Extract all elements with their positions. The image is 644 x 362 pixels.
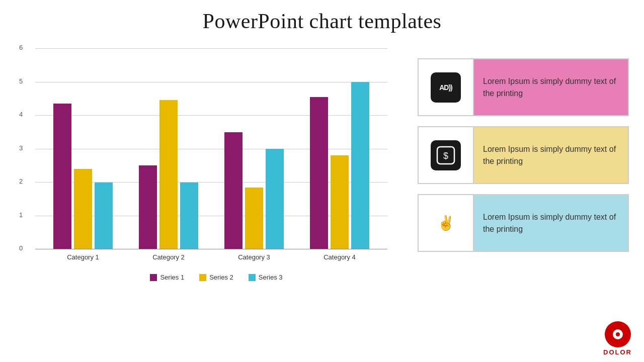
category-group (211, 132, 297, 249)
page-title: PowerPoint chart templates (0, 0, 644, 38)
category-group (40, 104, 126, 249)
x-axis-label: Category 1 (40, 249, 126, 269)
y-axis-label: 2 (19, 177, 23, 185)
category-group (126, 100, 211, 249)
y-axis-label: 6 (19, 44, 23, 51)
x-axis-label: Category 2 (126, 249, 211, 269)
x-axis-label: Category 4 (297, 249, 382, 269)
legend-color-box (150, 274, 157, 281)
logo-inner-circle (613, 329, 623, 339)
card-text: Lorem Ipsum is simply dummy text of the … (474, 195, 628, 251)
logo-circle (605, 321, 631, 347)
bar-series3 (351, 82, 369, 249)
y-axis-label: 1 (19, 211, 23, 219)
bar-series1 (139, 165, 157, 249)
chart-area: 6543210 Category 1Category 2Category 3Ca… (35, 48, 387, 269)
card-icon: AD)) (431, 72, 461, 103)
svg-text:$: $ (443, 151, 448, 161)
x-axis-label: Category 3 (211, 249, 297, 269)
info-card: $Lorem Ipsum is simply dummy text of the… (418, 126, 629, 184)
y-axis-label: 4 (19, 111, 23, 118)
legend-item: Series 1 (150, 274, 184, 281)
bar-series2 (245, 188, 263, 249)
card-icon-box: $ (419, 127, 474, 183)
y-axis-label: 5 (19, 77, 23, 85)
logo-text: DOLOR (603, 348, 632, 356)
category-group (297, 82, 382, 249)
legend-color-box (199, 274, 206, 281)
main-content: 6543210 Category 1Category 2Category 3Ca… (0, 43, 644, 310)
card-icon: ✌️ (431, 208, 461, 238)
legend-label: Series 1 (160, 274, 184, 281)
bar-series3 (266, 149, 284, 249)
cards-container: AD))Lorem Ipsum is simply dummy text of … (418, 43, 629, 310)
chart-legend: Series 1Series 2Series 3 (35, 274, 397, 281)
y-axis-label: 3 (19, 144, 23, 152)
bar-series1 (310, 97, 328, 249)
chart-container: 6543210 Category 1Category 2Category 3Ca… (15, 43, 397, 310)
y-axis-label: 0 (19, 244, 23, 252)
bar-series2 (159, 100, 178, 249)
legend-label: Series 2 (209, 274, 233, 281)
card-icon: $ (431, 140, 461, 170)
logo-area: DOLOR (603, 321, 632, 356)
bar-series1 (53, 104, 71, 249)
info-card: AD))Lorem Ipsum is simply dummy text of … (418, 58, 629, 116)
card-icon-box: AD)) (419, 59, 474, 115)
info-card: ✌️Lorem Ipsum is simply dummy text of th… (418, 194, 629, 252)
legend-item: Series 2 (199, 274, 233, 281)
bar-series3 (95, 183, 113, 249)
legend-color-box (249, 274, 256, 281)
bars-area (35, 48, 387, 249)
legend-item: Series 3 (249, 274, 283, 281)
bar-series2 (331, 155, 349, 249)
card-text: Lorem Ipsum is simply dummy text of the … (474, 59, 628, 115)
card-text: Lorem Ipsum is simply dummy text of the … (474, 127, 628, 183)
x-axis: Category 1Category 2Category 3Category 4 (35, 249, 387, 269)
bar-series3 (180, 183, 198, 249)
bar-series1 (224, 132, 243, 249)
logo-dot (616, 332, 620, 336)
legend-label: Series 3 (259, 274, 283, 281)
bar-series2 (74, 169, 92, 249)
card-icon-box: ✌️ (419, 195, 474, 251)
